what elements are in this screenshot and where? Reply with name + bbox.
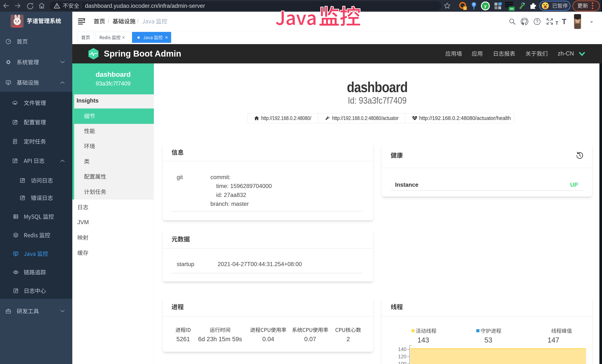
svg-text:1: 1 — [464, 7, 466, 10]
svg-text:y: y — [484, 3, 487, 8]
svg-text:on: on — [510, 7, 513, 10]
